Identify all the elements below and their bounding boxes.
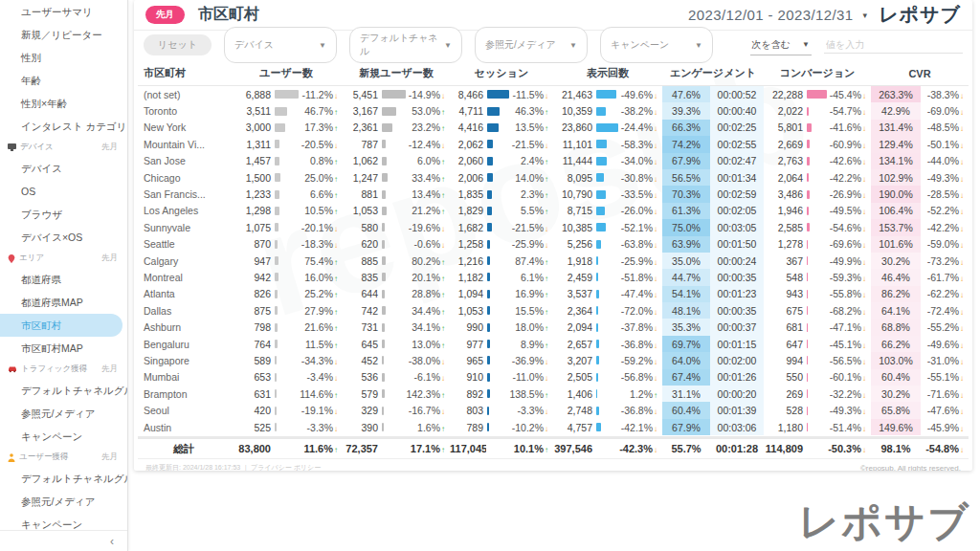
sidebar-item[interactable]: ユーザーサマリ (0, 0, 127, 23)
sessions-bar (486, 369, 509, 386)
sessions-change: 18.0%↑ (509, 321, 553, 333)
cvr-value: 46.4% (871, 269, 921, 285)
down-arrow-icon: ↓ (862, 291, 866, 299)
users-bar (274, 302, 299, 319)
conv-bar (806, 253, 827, 269)
filter-value-input[interactable] (824, 36, 963, 54)
down-arrow-icon: ↓ (654, 308, 657, 317)
filter-source-media-dropdown[interactable]: 参照元/メディア▼ (475, 27, 588, 63)
sidebar-item[interactable]: OS (0, 180, 127, 203)
engagement-rate: 31.1% (662, 386, 710, 402)
new_users-change: 23.2%↑ (406, 121, 450, 133)
conv-value: 3,486 (764, 188, 806, 200)
sidebar-item[interactable]: デバイス (0, 157, 127, 180)
col-cvr: CVR (871, 68, 969, 79)
filter-default-channel-dropdown[interactable]: デフォルトチャネル▼ (349, 27, 462, 63)
down-arrow-icon: ↓ (862, 408, 866, 416)
views-value: 3,537 (553, 288, 595, 299)
down-arrow-icon: ↓ (960, 391, 964, 400)
collapse-sidebar-icon[interactable]: ‹ (110, 535, 114, 548)
date-caret-icon[interactable]: ▾ (863, 11, 868, 20)
match-condition-select[interactable]: 次を含む ▼ (750, 35, 812, 55)
sidebar-item[interactable]: 参照元/メディア (0, 490, 127, 513)
new_users-bar (381, 136, 406, 152)
sessions-value: 803 (450, 405, 486, 416)
views-value: 2,748 (553, 405, 595, 416)
up-arrow-icon: ↑ (545, 275, 548, 283)
conv-bar (806, 369, 827, 386)
down-arrow-icon: ↓ (960, 291, 964, 299)
sidebar-item[interactable]: 市区町村MAP (0, 337, 127, 360)
up-arrow-icon: ↑ (545, 208, 548, 216)
sidebar-item[interactable]: 都道府県 (0, 268, 127, 291)
sessions-change: 46.3%↑ (509, 105, 553, 117)
last-updated-text: 最終更新日: 2024/1/28 16:17:53 (145, 464, 240, 471)
filter-device-dropdown[interactable]: デバイス▼ (224, 27, 337, 63)
new_users-value: 645 (343, 339, 381, 350)
down-arrow-icon: ↓ (654, 191, 657, 200)
users-bar (274, 402, 299, 418)
date-range-picker[interactable]: 2023/12/01 - 2023/12/31 (688, 7, 854, 23)
down-arrow-icon: ↓ (654, 142, 657, 150)
chevron-down-icon: ▼ (444, 41, 452, 50)
new_users-change: -6.1%↓ (406, 371, 450, 383)
sidebar-item[interactable]: インタレスト カテゴリ (0, 115, 127, 138)
city-name: Seattle (138, 238, 230, 250)
sidebar-item[interactable]: 年齢 (0, 69, 127, 92)
new_users-change: 34.4%↑ (406, 305, 450, 317)
views-bar (595, 369, 618, 386)
engagement-time: 00:02:55 (710, 136, 764, 152)
sessions-change: 13.5%↑ (509, 121, 553, 133)
down-arrow-icon: ↓ (862, 275, 866, 283)
sidebar-item[interactable]: デフォルトチャネルグループ (0, 379, 127, 402)
brand-logo-bottom: レポサブ (798, 496, 970, 549)
city-name: Atlanta (138, 288, 230, 299)
table-row: New York 3,000 17.3%↑2,361 23.2%↑4,416 1… (138, 120, 969, 136)
sidebar-item[interactable]: 新規／リピーター (0, 23, 127, 46)
city-name: Mumbai (138, 371, 230, 383)
cvr-value: 66.2% (871, 336, 921, 352)
reset-button[interactable]: リセット (144, 34, 212, 55)
sidebar-item[interactable]: 都道府県MAP (0, 291, 127, 314)
sidebar-item[interactable]: 性別 (0, 46, 127, 69)
users-value: 947 (230, 255, 274, 267)
conv-value: 675 (764, 305, 806, 317)
sidebar-item[interactable]: 市区町村 (0, 314, 122, 337)
views-value: 397,546 (553, 443, 595, 454)
conv-value: 943 (764, 288, 806, 299)
sidebar-item[interactable]: 参照元/メディア (0, 402, 127, 425)
filter-campaign-dropdown[interactable]: キャンペーン▼ (600, 27, 713, 63)
sessions-change: -21.5%↓ (509, 222, 553, 233)
car-icon (8, 365, 17, 373)
conv-bar (806, 319, 827, 335)
up-arrow-icon: ↑ (545, 342, 548, 350)
conv-change: -59.3%↓ (827, 272, 871, 283)
chevron-down-icon: ▼ (319, 41, 326, 50)
down-arrow-icon: ↓ (654, 258, 657, 267)
engagement-time: 00:00:52 (710, 86, 764, 102)
up-arrow-icon: ↑ (334, 258, 338, 267)
conv-change: -45.4%↓ (827, 89, 871, 100)
up-arrow-icon: ↑ (441, 208, 445, 216)
sidebar-item[interactable]: デフォルトチャネルグループ (0, 467, 127, 490)
sidebar-item[interactable]: 性別×年齢 (0, 92, 127, 115)
sessions-change: -36.9%↓ (509, 355, 553, 366)
city-name: Toronto (138, 105, 230, 117)
sessions-change: -21.5%↓ (509, 139, 553, 150)
conv-bar (806, 419, 827, 435)
sidebar-item[interactable]: ブラウザ (0, 203, 127, 226)
sidebar-item[interactable]: デバイス×OS (0, 226, 127, 249)
down-arrow-icon: ↓ (960, 175, 964, 184)
chevron-down-icon: ▼ (569, 41, 577, 50)
sidebar-section-label: トラフィック獲得 (21, 364, 87, 375)
down-arrow-icon: ↓ (654, 158, 657, 166)
users-change: 16.0%↑ (299, 272, 343, 283)
brand-logo: レポサブ (879, 2, 961, 28)
users-change: 25.0%↑ (299, 172, 343, 184)
new_users-bar (381, 369, 406, 386)
sidebar-item[interactable]: キャンペーン (0, 425, 127, 448)
cvr-value: 190.0% (871, 186, 921, 202)
cvr-change: -38.3%↓ (921, 89, 969, 100)
sessions-value: 990 (450, 321, 486, 333)
privacy-policy-link[interactable]: プライバシー ポリシー (251, 464, 321, 471)
